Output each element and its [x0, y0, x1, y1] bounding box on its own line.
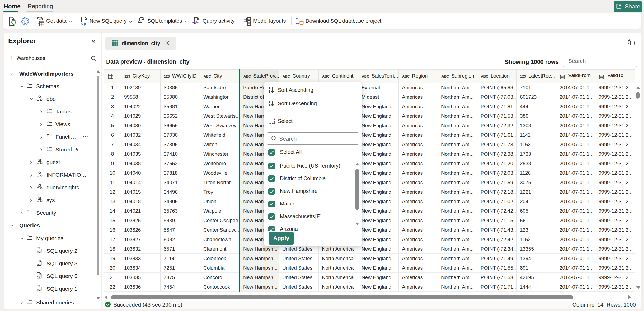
svg-text:A: A — [269, 87, 271, 90]
svg-text:SQL: SQL — [37, 251, 41, 253]
svg-text:SQL: SQL — [37, 276, 41, 278]
svg-text:SQL: SQL — [81, 22, 87, 26]
svg-text:A: A — [269, 103, 271, 107]
svg-text:SQL: SQL — [37, 289, 41, 291]
svg-text:Z: Z — [269, 90, 270, 93]
svg-text:SQL: SQL — [37, 263, 41, 265]
svg-text:Z: Z — [269, 100, 270, 103]
